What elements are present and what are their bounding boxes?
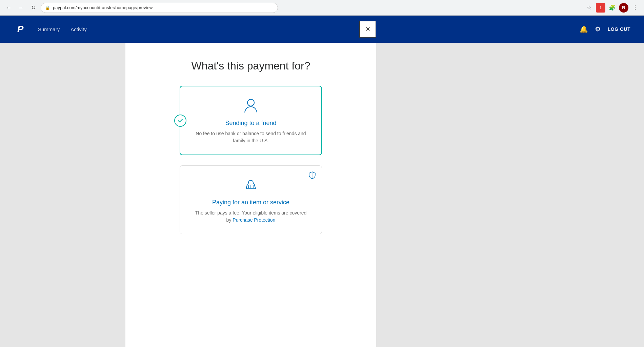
sidebar-right [376, 43, 644, 347]
notifications-button[interactable]: 🔔 [580, 25, 588, 33]
address-bar[interactable]: 🔒 paypal.com/myaccount/transfer/homepage… [41, 3, 278, 13]
paypal-header: P Summary Activity ✕ 🔔 ⚙ LOG OUT [0, 16, 644, 43]
send-friend-title: Sending to a friend [225, 120, 276, 127]
pay-service-card[interactable]: Paying for an item or service The seller… [180, 165, 322, 234]
header-right: 🔔 ⚙ LOG OUT [573, 16, 644, 43]
profile-avatar[interactable]: R [619, 3, 628, 13]
send-friend-desc: No fee to use bank or balance to send to… [194, 130, 308, 144]
nav-summary[interactable]: Summary [38, 26, 60, 32]
settings-button[interactable]: ⚙ [595, 25, 601, 33]
person-icon [241, 97, 260, 116]
basket-icon [241, 176, 260, 195]
star-button[interactable]: ☆ [584, 3, 594, 13]
send-friend-card[interactable]: Sending to a friend No fee to use bank o… [180, 86, 322, 155]
svg-point-0 [247, 99, 254, 106]
page-title: What's this payment for? [191, 60, 310, 72]
url-text: paypal.com/myaccount/transfer/homepage/p… [53, 5, 153, 10]
more-menu-button[interactable]: ⋮ [630, 3, 640, 13]
nav-activity[interactable]: Activity [71, 26, 87, 32]
page-layout: What's this payment for? Sending to a fr… [0, 43, 644, 347]
selected-check-icon [174, 115, 186, 127]
forward-button[interactable]: → [16, 3, 26, 13]
lock-icon: 🔒 [45, 5, 50, 10]
extension-badge: 1 [596, 3, 605, 13]
extensions-button[interactable]: 🧩 [607, 3, 617, 13]
pay-service-title: Paying for an item or service [212, 199, 289, 206]
browser-chrome: ← → ↻ 🔒 paypal.com/myaccount/transfer/ho… [0, 0, 644, 16]
purchase-protection-link[interactable]: Purchase Protection [233, 217, 275, 223]
reload-button[interactable]: ↻ [28, 3, 38, 13]
header-left: P Summary Activity [0, 22, 125, 36]
main-content: What's this payment for? Sending to a fr… [125, 43, 376, 347]
sidebar-left [0, 43, 125, 347]
browser-actions: ☆ 1 🧩 R ⋮ [584, 3, 640, 13]
logout-button[interactable]: LOG OUT [608, 26, 630, 32]
back-button[interactable]: ← [4, 3, 14, 13]
paypal-logo: P [14, 22, 27, 36]
close-button[interactable]: ✕ [359, 21, 376, 38]
shield-icon [308, 171, 316, 181]
pay-service-desc: The seller pays a fee. Your eligible ite… [194, 209, 308, 224]
